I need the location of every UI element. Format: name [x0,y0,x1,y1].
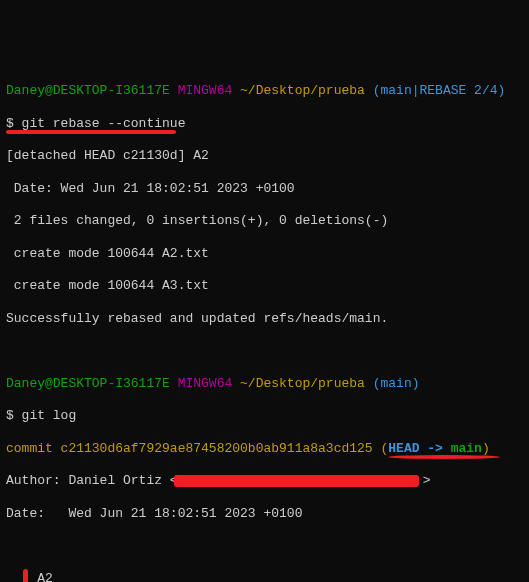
prompt-mingw: MINGW64 [170,376,240,391]
detached-head-line: [detached HEAD c21130d] A2 [6,148,523,164]
date-line: Date: Wed Jun 21 18:02:51 2023 +0100 [6,506,523,522]
blank-line [6,343,523,359]
prompt-mingw: MINGW64 [170,83,240,98]
prompt-path: ~/Desktop/prueba [240,83,365,98]
commit-msg: A2 [6,571,523,582]
prompt-user: Daney@DESKTOP-I36117E [6,376,170,391]
terminal-output: Daney@DESKTOP-I36117E MINGW64 ~/Desktop/… [6,67,523,582]
output-line: Successfully rebased and updated refs/he… [6,311,523,327]
output-line: create mode 100644 A2.txt [6,246,523,262]
blank-line [6,538,523,554]
prompt-branch: (main) [365,376,420,391]
prompt-line: Daney@DESKTOP-I36117E MINGW64 ~/Desktop/… [6,376,523,392]
output-line: 2 files changed, 0 insertions(+), 0 dele… [6,213,523,229]
output-line: create mode 100644 A3.txt [6,278,523,294]
prompt-line: Daney@DESKTOP-I36117E MINGW64 ~/Desktop/… [6,83,523,99]
head-ref: HEAD -> [388,441,450,456]
command-line: $ git log [6,408,523,424]
output-line: Date: Wed Jun 21 18:02:51 2023 +0100 [6,181,523,197]
branch-ref: main [451,441,482,456]
prompt-path: ~/Desktop/prueba [240,376,365,391]
commit-line: commit c21130d6af7929ae87458200b0ab911a8… [6,441,523,457]
command-line: $ git rebase --continue [6,116,523,132]
prompt-user: Daney@DESKTOP-I36117E [6,83,170,98]
prompt-branch: (main|REBASE 2/4) [365,83,505,98]
author-line: Author: Daniel Ortiz <> [6,473,523,489]
